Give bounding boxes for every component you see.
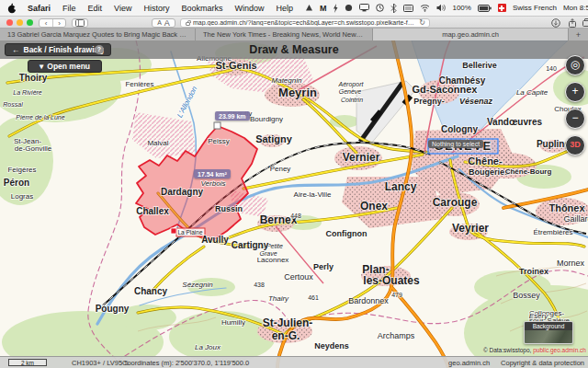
menu-window[interactable]: Window bbox=[234, 4, 264, 13]
map-label: Perly bbox=[313, 262, 334, 271]
tab-overview-icon[interactable] bbox=[580, 18, 588, 28]
bluetooth-icon[interactable] bbox=[390, 4, 397, 13]
reload-icon[interactable]: ↻ bbox=[419, 18, 425, 27]
map-label: Challex bbox=[136, 206, 169, 216]
display-icon[interactable] bbox=[359, 4, 369, 12]
map-label: Bourdigny bbox=[250, 115, 283, 123]
attribution-link[interactable]: public.geo.admin.ch bbox=[533, 347, 586, 353]
map-label: Feigères bbox=[7, 166, 36, 174]
keyboard-viewer-icon[interactable] bbox=[403, 5, 413, 12]
battery-icon[interactable] bbox=[478, 5, 492, 12]
map-label: Pregny- bbox=[413, 97, 445, 106]
map-label: Aire-la-Ville bbox=[294, 190, 332, 199]
map-label: Laconnex bbox=[257, 256, 289, 264]
https-lock-icon bbox=[186, 22, 190, 26]
menu-history[interactable]: History bbox=[143, 4, 169, 13]
window-zoom-button[interactable] bbox=[27, 19, 33, 26]
map-label: Chambésy bbox=[439, 75, 486, 86]
map-label: Troinex bbox=[519, 267, 548, 276]
map-label: Verbois bbox=[201, 179, 226, 188]
map-label: Bellerive bbox=[462, 61, 497, 70]
font-size-buttons[interactable]: A A bbox=[152, 18, 175, 28]
map-canvas[interactable]: La RivièreThoiryRossalFenièresAllemogneS… bbox=[0, 40, 588, 368]
copyright-link[interactable]: Copyright & data protection bbox=[501, 357, 584, 368]
measure-vertex-marker-white[interactable] bbox=[214, 122, 220, 129]
back-arrow-icon: ← bbox=[12, 45, 20, 54]
map-status-bar: 2 km CH1903+ / LV95 ⇅ Coordinates (m): 2… bbox=[0, 356, 588, 368]
map-label: St-Genis bbox=[215, 60, 256, 71]
map-label: 438 bbox=[254, 282, 265, 288]
map-label: Étrembières bbox=[533, 228, 572, 236]
wifi-icon[interactable] bbox=[420, 4, 430, 12]
clock-icon[interactable] bbox=[376, 4, 384, 12]
font-larger-button[interactable]: A bbox=[164, 18, 170, 28]
url-text[interactable]: map.geo.admin.ch/?lang=en&topic=ech&bgLa… bbox=[193, 19, 416, 26]
help-icon[interactable]: ? bbox=[95, 45, 104, 54]
share-icon[interactable] bbox=[565, 18, 579, 28]
map-label: Thairy bbox=[268, 294, 289, 303]
map-label: les-Ouates bbox=[363, 274, 420, 287]
projection-select[interactable]: CH1903+ / LV95 ⇅ bbox=[72, 357, 130, 368]
forward-nav-button[interactable]: › bbox=[52, 19, 65, 27]
map-label: Pougny bbox=[96, 304, 130, 314]
address-bar[interactable]: map.geo.admin.ch/?lang=en&topic=ech&bgLa… bbox=[180, 18, 430, 28]
map-label: 479 bbox=[391, 292, 402, 298]
menu-clock[interactable]: Mon 8:51 AM bbox=[563, 4, 588, 12]
menu-edit[interactable]: Edit bbox=[88, 4, 103, 13]
downloads-icon[interactable] bbox=[548, 18, 562, 28]
macos-menu-bar: Safari File Edit View History Bookmarks … bbox=[0, 0, 588, 17]
map-label: Chêne- bbox=[468, 155, 503, 167]
map-label: Sézegnin bbox=[182, 281, 213, 289]
map-label: Fenières bbox=[125, 80, 153, 88]
geoadmin-link[interactable]: geo.admin.ch bbox=[448, 357, 490, 368]
input-source-label[interactable]: Swiss French bbox=[513, 4, 557, 12]
map-label: Bardonnex bbox=[348, 296, 389, 305]
map-label: Dardagny bbox=[161, 187, 204, 197]
3d-toggle-button[interactable]: 3D bbox=[565, 135, 585, 155]
coordinates-readout: Coordinates (m): 2'500'370.0, 1'119'500.… bbox=[122, 357, 249, 368]
menu-view[interactable]: View bbox=[114, 4, 131, 13]
menu-safari[interactable]: Safari bbox=[28, 4, 51, 13]
battery-percent: 100% bbox=[452, 4, 470, 12]
map-label: Archamps bbox=[378, 331, 415, 340]
volume-icon[interactable] bbox=[436, 4, 446, 12]
tab-2[interactable]: The New York Times - Breaking News, Worl… bbox=[196, 29, 373, 40]
map-label: Avully bbox=[201, 235, 229, 245]
sidebar-button[interactable] bbox=[72, 18, 88, 28]
map-label: Certoux bbox=[284, 272, 313, 282]
measure-vertex-marker-red[interactable] bbox=[171, 228, 176, 234]
new-tab-button[interactable]: + bbox=[569, 29, 588, 40]
font-smaller-button[interactable]: A bbox=[157, 19, 162, 26]
status-circle-icon[interactable] bbox=[345, 4, 353, 12]
menu-bookmarks[interactable]: Bookmarks bbox=[181, 4, 222, 13]
map-label: Peney bbox=[270, 165, 291, 173]
map-label: St-Julien- bbox=[263, 316, 313, 329]
zoom-in-button[interactable]: + bbox=[565, 82, 585, 102]
input-source-flag-icon[interactable] bbox=[498, 4, 506, 12]
menu-extra-icon-1[interactable] bbox=[305, 4, 313, 12]
map-label: Carouge bbox=[433, 196, 478, 209]
map-label: Thônex bbox=[548, 202, 585, 213]
menu-extra-icon-2[interactable]: M bbox=[320, 4, 327, 13]
map-label: La Rivière bbox=[13, 89, 42, 96]
open-menu-button[interactable]: ▾ Open menu bbox=[28, 60, 102, 73]
back-nav-button[interactable]: ‹ bbox=[40, 19, 52, 27]
tab-1[interactable]: 13 Gabriel Garcia Marquez Quotes to Brin… bbox=[0, 29, 196, 40]
background-layer-selector[interactable]: Background bbox=[524, 321, 573, 344]
menu-extra-icon-3[interactable] bbox=[333, 4, 338, 13]
map-label: Vernier bbox=[343, 151, 380, 164]
map-label: Lancy bbox=[385, 180, 417, 193]
apple-menu-icon[interactable] bbox=[7, 3, 17, 14]
map-label: de-Gonville bbox=[15, 144, 52, 153]
window-close-button[interactable] bbox=[6, 19, 13, 26]
geolocate-button[interactable]: ◎ bbox=[565, 55, 585, 75]
zoom-out-button[interactable]: − bbox=[565, 109, 585, 129]
menu-file[interactable]: File bbox=[62, 4, 76, 13]
menu-help[interactable]: Help bbox=[276, 4, 293, 13]
nav-buttons: ‹ › bbox=[39, 18, 66, 28]
window-minimize-button[interactable] bbox=[17, 19, 23, 26]
map-controls: ◎ + − 3D bbox=[565, 55, 585, 155]
menu-status-area: M 100% Swiss French Mon 8:51 AM greenwoo… bbox=[305, 4, 588, 13]
background-thumbnail[interactable] bbox=[525, 330, 572, 343]
tab-3-active[interactable]: map.geo.admin.ch bbox=[373, 29, 569, 40]
